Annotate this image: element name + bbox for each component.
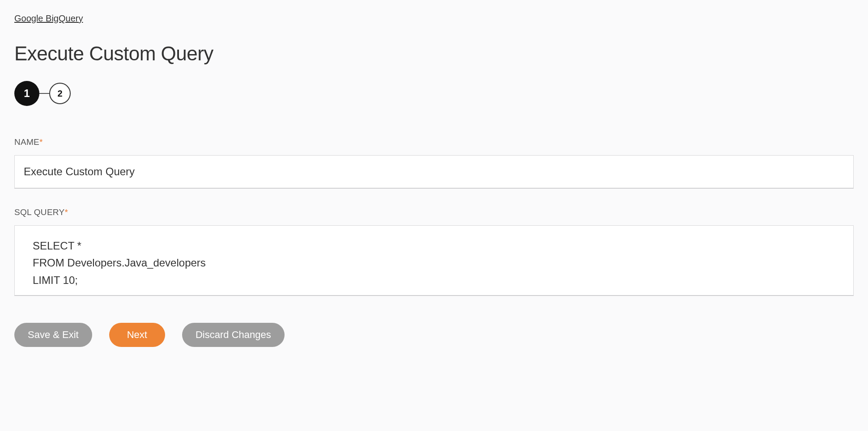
sql-label-text: SQL QUERY — [14, 207, 65, 217]
next-button[interactable]: Next — [109, 323, 165, 347]
discard-changes-button[interactable]: Discard Changes — [182, 323, 285, 347]
save-exit-button[interactable]: Save & Exit — [14, 323, 92, 347]
name-label: NAME* — [14, 137, 854, 147]
page-title: Execute Custom Query — [14, 42, 854, 65]
stepper: 1 2 — [14, 81, 854, 106]
sql-query-input[interactable] — [14, 225, 854, 296]
name-label-text: NAME — [14, 137, 39, 147]
required-mark: * — [39, 137, 43, 147]
breadcrumb-link[interactable]: Google BigQuery — [14, 13, 83, 24]
name-input[interactable] — [14, 155, 854, 189]
form-group-name: NAME* — [14, 137, 854, 189]
required-mark: * — [65, 207, 68, 217]
step-connector — [39, 93, 49, 94]
sql-label: SQL QUERY* — [14, 207, 854, 217]
button-bar: Save & Exit Next Discard Changes — [14, 323, 854, 347]
form-group-sql: SQL QUERY* — [14, 207, 854, 298]
step-2[interactable]: 2 — [49, 83, 71, 104]
step-1[interactable]: 1 — [14, 81, 39, 106]
